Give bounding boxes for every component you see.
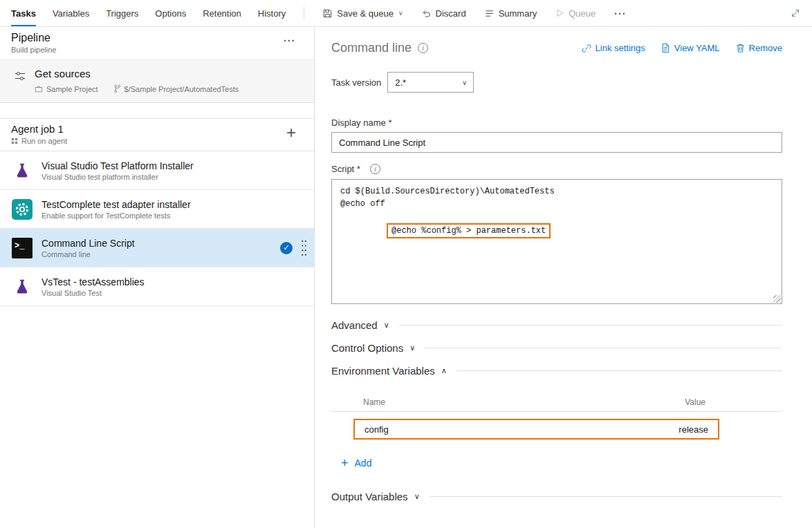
discard-label: Discard — [436, 8, 466, 19]
agent-job-subtitle-row: Run on agent — [11, 137, 67, 145]
info-icon[interactable]: i — [418, 43, 428, 53]
agent-job-title: Agent job 1 — [11, 123, 67, 135]
section-output-variables[interactable]: Output Variables ∨ — [331, 491, 782, 502]
pipeline-more-icon[interactable]: ⋯ — [283, 32, 304, 48]
main-area: Pipeline Build pipeline ⋯ Get sources — [0, 27, 812, 528]
agent-job-header[interactable]: Agent job 1 Run on agent + — [0, 118, 314, 151]
selected-check-icon: ✓ — [280, 242, 293, 254]
task-desc: Command line — [41, 250, 280, 258]
task-name: TestComplete test adapter installer — [41, 199, 310, 210]
path-meta: $/Sample Project/AutomatedTests — [113, 84, 239, 93]
agent-icon — [11, 138, 18, 144]
env-value-header: Value — [685, 397, 705, 407]
project-meta: Sample Project — [35, 85, 98, 93]
env-variable-row[interactable]: config release — [353, 419, 719, 440]
play-icon — [555, 8, 564, 18]
task-version-label: Task version — [331, 77, 381, 88]
display-name-label-text: Display name — [331, 117, 386, 128]
section-divider — [430, 496, 782, 497]
pipeline-subtitle: Build pipeline — [11, 46, 56, 54]
section-environment-variables[interactable]: Environment Variables ∧ — [331, 365, 782, 377]
save-icon — [322, 8, 333, 19]
control-options-label: Control Options — [331, 342, 403, 354]
remove-button[interactable]: Remove — [735, 43, 782, 54]
undo-icon — [421, 8, 432, 19]
task-version-row: Task version 2.* ∨ — [331, 72, 782, 93]
chevron-down-icon[interactable]: ∨ — [398, 10, 403, 17]
env-name-value[interactable]: config — [365, 424, 389, 435]
top-tabs: Tasks Variables Triggers Options Retenti… — [11, 0, 286, 26]
flask-icon — [11, 276, 33, 298]
section-divider — [425, 348, 782, 348]
section-control-options[interactable]: Control Options ∨ — [331, 342, 782, 354]
add-task-icon[interactable]: + — [286, 123, 303, 145]
testcomplete-gear-icon — [11, 198, 33, 220]
fullscreen-icon[interactable] — [790, 0, 801, 26]
task-text: VsTest - testAssemblies Visual Studio Te… — [41, 276, 310, 297]
tab-history[interactable]: History — [258, 0, 286, 26]
task-version-value: 2.* — [395, 77, 406, 88]
env-value-value[interactable]: release — [679, 424, 708, 435]
task-settings-actions: Link settings View YAML Remove — [581, 43, 782, 54]
tab-retention[interactable]: Retention — [203, 0, 241, 26]
script-textarea[interactable]: cd $(Build.SourcesDirectory)\AutomatedTe… — [331, 179, 782, 304]
task-item-vstest-assemblies[interactable]: VsTest - testAssemblies Visual Studio Te… — [0, 267, 314, 306]
project-icon — [35, 85, 43, 93]
view-yaml-label: View YAML — [674, 43, 720, 53]
chevron-down-icon: ∨ — [414, 492, 420, 501]
save-and-queue-button[interactable]: Save & queue ∨ — [322, 0, 403, 26]
section-divider — [456, 370, 782, 371]
tab-triggers[interactable]: Triggers — [106, 0, 138, 26]
tab-tasks[interactable]: Tasks — [11, 0, 36, 26]
env-name-header: Name — [363, 397, 385, 407]
task-text: Command Line Script Command line — [41, 238, 280, 258]
add-label: Add — [355, 458, 372, 469]
environment-variables-label: Environment Variables — [331, 365, 435, 377]
pipeline-tree-panel: Pipeline Build pipeline ⋯ Get sources — [0, 27, 315, 528]
info-icon[interactable]: i — [370, 164, 380, 174]
tab-variables[interactable]: Variables — [53, 0, 89, 26]
source-path: $/Sample Project/AutomatedTests — [124, 85, 239, 93]
chevron-down-icon: ∨ — [384, 321, 389, 330]
left-panel-gap — [0, 103, 314, 118]
task-desc: Visual Studio Test — [41, 289, 310, 297]
task-text: TestComplete test adapter installer Enab… — [41, 199, 310, 220]
project-name: Sample Project — [46, 85, 98, 93]
advanced-label: Advanced — [331, 319, 378, 331]
link-icon — [581, 43, 592, 54]
agent-job-subtitle: Run on agent — [21, 137, 67, 145]
task-item-testcomplete-adapter[interactable]: TestComplete test adapter installer Enab… — [0, 190, 314, 229]
script-label: Script * — [331, 164, 360, 174]
view-yaml-button[interactable]: View YAML — [661, 43, 720, 54]
more-actions-icon[interactable]: ⋯ — [613, 0, 625, 26]
flask-icon — [11, 160, 33, 182]
discard-button[interactable]: Discard — [421, 0, 466, 26]
section-advanced[interactable]: Advanced ∨ — [331, 319, 782, 331]
summary-button[interactable]: Summary — [484, 0, 537, 26]
get-sources-title: Get sources — [35, 68, 239, 79]
branch-icon — [113, 84, 121, 93]
resize-handle[interactable] — [773, 295, 781, 303]
env-table-headers: Name Value — [353, 397, 719, 407]
toolbar-divider — [304, 7, 304, 19]
tab-options[interactable]: Options — [155, 0, 186, 26]
task-name: Visual Studio Test Platform Installer — [41, 160, 310, 171]
top-toolbar: Tasks Variables Triggers Options Retenti… — [0, 0, 812, 27]
queue-label: Queue — [569, 8, 596, 19]
get-sources-item[interactable]: Get sources Sample Project $ — [0, 60, 314, 103]
chevron-down-icon: ∨ — [409, 343, 415, 352]
display-name-input[interactable]: Command Line Script — [331, 132, 782, 153]
command-line-icon: >_ — [11, 237, 33, 259]
add-variable-button[interactable]: + Add — [341, 458, 371, 469]
link-settings-button[interactable]: Link settings — [581, 43, 645, 54]
task-version-dropdown[interactable]: 2.* ∨ — [387, 72, 474, 93]
task-settings-panel: Command line i Link settings View YAML — [315, 27, 812, 528]
display-name-value: Command Line Script — [339, 138, 425, 148]
plus-icon: + — [341, 458, 349, 468]
script-line-3: @echo %config% > parameters.txt — [340, 210, 773, 251]
link-settings-label: Link settings — [596, 43, 645, 53]
task-item-command-line-script[interactable]: >_ Command Line Script Command line ✓ — [0, 229, 314, 267]
drag-handle-icon[interactable] — [301, 239, 307, 257]
task-settings-title: Command line — [331, 41, 412, 55]
task-item-vstest-platform-installer[interactable]: Visual Studio Test Platform Installer Vi… — [0, 151, 314, 190]
